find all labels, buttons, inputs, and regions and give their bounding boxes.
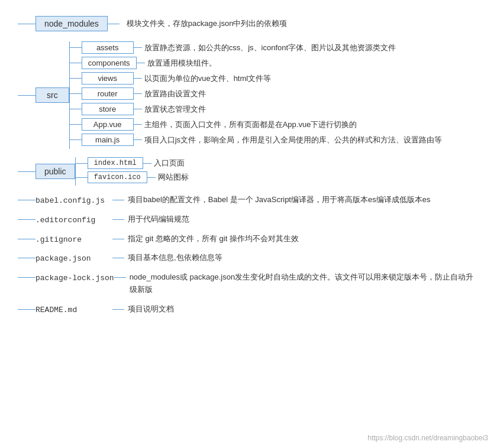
standalone-row-4: package-lock.jsonnode_modules或 package.j… <box>18 271 476 296</box>
hconn2-0 <box>134 47 142 48</box>
standalone-conn-3 <box>112 258 124 258</box>
node-modules-desc: 模块文件夹，存放package.json中列出的依赖项 <box>127 18 288 30</box>
hconn-6 <box>70 139 82 140</box>
src-child-desc-0: 放置静态资源，如公共的css、js、iconfont字体、图片以及其他资源类文件 <box>144 42 396 54</box>
standalone-row-5: README.md项目说明文档 <box>18 303 476 316</box>
src-child-row-6: main.js项目入口js文件，影响全局，作用是引入全局使用的库、公共的样式和方… <box>70 134 442 146</box>
src-rows-block: assets放置静态资源，如公共的css、js、iconfont字体、图片以及其… <box>70 41 442 149</box>
src-child-label-6: main.js <box>82 134 134 146</box>
nm-hline2 <box>108 24 120 24</box>
src-child-desc-2: 以页面为单位的vue文件、html文件等 <box>144 73 272 85</box>
standalone-label-4: package-lock.json <box>35 271 114 283</box>
src-child-row-3: router放置路由设置文件 <box>70 87 442 100</box>
src-section: src assets放置静态资源，如公共的css、js、iconfont字体、图… <box>18 41 476 149</box>
pub-child-label-0: index.html <box>88 157 143 169</box>
public-left: public <box>18 164 75 179</box>
hconn-2 <box>70 78 82 79</box>
pub-hconn2-0 <box>143 163 151 164</box>
hconn2-6 <box>134 139 142 140</box>
standalone-hline-5 <box>18 309 35 310</box>
standalone-hline-2 <box>18 239 35 239</box>
standalone-conn-4 <box>114 277 126 278</box>
src-child-desc-1: 放置通用模块组件。 <box>147 57 217 69</box>
standalone-desc-2: 指定 git 忽略的文件，所有 git 操作均不会对其生效 <box>128 233 299 245</box>
public-child-row-0: index.html入口页面 <box>76 157 189 169</box>
standalone-desc-4: node_modules或 package.json发生变化时自动生成的文件。该… <box>130 271 476 296</box>
standalone-desc-5: 项目说明文档 <box>128 303 174 316</box>
src-children: assets放置静态资源，如公共的css、js、iconfont字体、图片以及其… <box>69 41 442 149</box>
src-child-desc-3: 放置路由设置文件 <box>144 88 206 100</box>
hconn-0 <box>70 47 82 48</box>
src-label: src <box>35 87 69 103</box>
src-child-desc-6: 项目入口js文件，影响全局，作用是引入全局使用的库、公共的样式和方法、设置路由等 <box>144 134 442 146</box>
src-child-label-0: assets <box>82 41 134 54</box>
pub-hconn2-1 <box>147 177 156 178</box>
public-hline1 <box>18 171 35 172</box>
standalone-row-2: .gitignore指定 git 忽略的文件，所有 git 操作均不会对其生效 <box>18 233 476 245</box>
hconn-3 <box>70 93 82 94</box>
standalone-label-0: babel.config.js <box>35 194 112 205</box>
src-child-label-1: components <box>82 57 137 69</box>
hconn-5 <box>70 124 82 125</box>
standalone-hline-1 <box>18 219 35 220</box>
standalone-hline-3 <box>18 258 35 258</box>
standalone-label-3: package.json <box>35 252 112 263</box>
src-child-row-1: components放置通用模块组件。 <box>70 57 442 69</box>
hconn2-3 <box>134 93 142 94</box>
src-child-desc-4: 放置状态管理文件 <box>144 103 206 115</box>
standalone-conn-5 <box>112 309 124 310</box>
standalone-conn-2 <box>112 239 124 239</box>
hconn2-1 <box>137 63 145 63</box>
pub-child-desc-1: 网站图标 <box>158 171 189 183</box>
standalone-row-1: .editorconfig用于代码编辑规范 <box>18 213 476 226</box>
standalone-container: babel.config.js项目babel的配置文件，Babel 是一个 Ja… <box>18 194 476 316</box>
standalone-conn-1 <box>112 219 124 220</box>
hconn2-2 <box>134 78 142 79</box>
public-children: index.html入口页面favicon.ico网站图标 <box>75 157 189 186</box>
hconn2-4 <box>134 109 142 109</box>
nm-hline <box>18 24 35 24</box>
src-vbracket: assets放置静态资源，如公共的css、js、iconfont字体、图片以及其… <box>69 41 442 149</box>
src-child-row-5: App.vue主组件，页面入口文件，所有页面都是在App.vue下进行切换的 <box>70 118 442 131</box>
hconn-1 <box>70 63 82 63</box>
public-rows-block: index.html入口页面favicon.ico网站图标 <box>76 157 189 186</box>
pub-hconn-0 <box>76 163 88 164</box>
src-child-row-0: assets放置静态资源，如公共的css、js、iconfont字体、图片以及其… <box>70 41 442 54</box>
standalone-conn-0 <box>112 200 124 200</box>
standalone-hline-0 <box>18 200 35 200</box>
standalone-desc-3: 项目基本信息,包依赖信息等 <box>128 252 222 264</box>
pub-child-desc-0: 入口页面 <box>154 157 185 169</box>
pub-hconn-1 <box>76 177 88 178</box>
node-modules-row: node_modules 模块文件夹，存放package.json中列出的依赖项 <box>18 15 476 32</box>
hconn2-5 <box>134 124 142 125</box>
watermark: https://blog.csdn.net/dreamingbaobei3 <box>368 434 488 442</box>
src-child-row-2: views以页面为单位的vue文件、html文件等 <box>70 72 442 85</box>
public-section: public index.html入口页面favicon.ico网站图标 <box>18 157 476 186</box>
standalone-desc-0: 项目babel的配置文件，Babel 是一个 JavaScript编译器，用于将… <box>128 194 430 206</box>
src-bracket: assets放置静态资源，如公共的css、js、iconfont字体、图片以及其… <box>69 41 442 149</box>
src-child-label-4: store <box>82 103 134 115</box>
src-child-desc-5: 主组件，页面入口文件，所有页面都是在App.vue下进行切换的 <box>144 119 357 131</box>
standalone-label-1: .editorconfig <box>35 213 112 225</box>
standalone-row-0: babel.config.js项目babel的配置文件，Babel 是一个 Ja… <box>18 194 476 206</box>
src-child-label-3: router <box>82 87 134 100</box>
src-child-row-4: store放置状态管理文件 <box>70 103 442 115</box>
standalone-label-5: README.md <box>35 303 112 314</box>
standalone-desc-1: 用于代码编辑规范 <box>128 213 189 226</box>
main-layout: node_modules 模块文件夹，存放package.json中列出的依赖项… <box>12 9 482 329</box>
public-label: public <box>35 164 75 179</box>
public-bracket-full: index.html入口页面favicon.ico网站图标 <box>75 157 189 186</box>
src-bracket-full: assets放置静态资源，如公共的css、js、iconfont字体、图片以及其… <box>69 41 442 149</box>
src-child-label-2: views <box>82 72 134 85</box>
standalone-hline-4 <box>18 277 35 278</box>
standalone-row-3: package.json项目基本信息,包依赖信息等 <box>18 252 476 264</box>
src-hline1 <box>18 95 35 96</box>
hconn-4 <box>70 109 82 109</box>
pub-child-label-1: favicon.ico <box>88 171 147 183</box>
src-child-label-5: App.vue <box>82 118 134 131</box>
src-left: src <box>18 87 69 103</box>
standalone-label-2: .gitignore <box>35 233 112 244</box>
public-child-row-1: favicon.ico网站图标 <box>76 171 189 183</box>
node-modules-label: node_modules <box>35 16 108 31</box>
